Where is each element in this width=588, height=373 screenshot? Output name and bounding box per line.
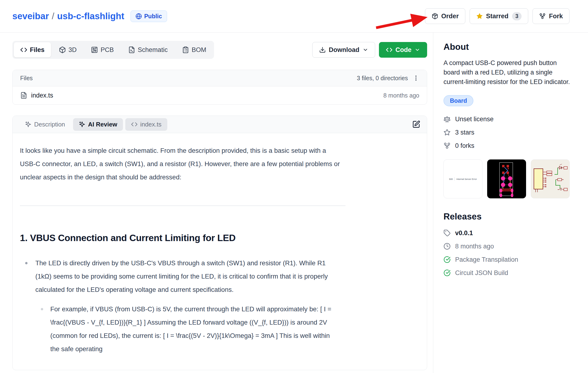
divider (20, 206, 346, 206)
tab-index-ts[interactable]: index.ts (125, 118, 167, 131)
tab-3d[interactable]: 3D (52, 42, 83, 57)
star-outline-icon (443, 129, 451, 136)
about-title: About (443, 42, 578, 52)
stars-label: 3 stars (455, 129, 474, 136)
tab-index-ts-label: index.ts (140, 121, 162, 128)
code-icon (20, 46, 27, 53)
fork-label: Fork (549, 13, 563, 20)
order-button[interactable]: Order (425, 8, 466, 24)
clipboard-list-icon (182, 46, 189, 53)
chevron-down-icon (415, 47, 420, 53)
box-3d-icon (59, 46, 66, 53)
code-icon (386, 47, 392, 53)
breadcrumb: seveibar / usb-c-flashlight Public (12, 10, 167, 22)
download-button[interactable]: Download (312, 42, 375, 58)
preview-schematic-thumbnail[interactable] (531, 159, 570, 198)
releases-title: Releases (443, 212, 578, 222)
tag-icon (443, 229, 451, 237)
check-circle-icon (443, 256, 451, 263)
preview-3d-thumbnail[interactable]: 500 Internal Server Error (443, 159, 483, 198)
download-label: Download (329, 46, 359, 54)
visibility-label: Public (144, 13, 162, 20)
view-tabs: Files 3D PCB Schematic BOM (12, 41, 214, 59)
fork-button[interactable]: Fork (533, 8, 569, 24)
git-fork-icon (539, 13, 546, 20)
review-bullet-list: The LED is directly driven by the USB-C'… (20, 257, 417, 356)
files-panel-header: Files 3 files, 0 directories (13, 70, 427, 86)
starred-label: Starred (486, 13, 508, 20)
owner-link[interactable]: seveibar (12, 11, 49, 21)
review-section-heading: 1. VBUS Connection and Current Limiting … (20, 233, 417, 243)
sparkles-icon (25, 121, 32, 128)
release-date-row: 8 months ago (443, 240, 578, 253)
file-text-icon (20, 92, 27, 99)
schematic-preview-image (531, 160, 569, 198)
chevron-down-icon (363, 47, 368, 53)
tab-schematic-label: Schematic (138, 46, 168, 54)
starred-button[interactable]: Starred 3 (470, 8, 528, 24)
star-icon (476, 13, 483, 20)
tab-3d-label: 3D (69, 46, 77, 54)
check-circle-icon (443, 269, 451, 276)
sparkles-icon (79, 121, 85, 128)
circuit-board-icon (91, 46, 98, 53)
code-label: Code (396, 46, 412, 54)
main-content: Files 3D PCB Schematic BOM Download (0, 32, 433, 370)
visibility-badge: Public (130, 10, 167, 22)
review-bullet-text: The LED is directly driven by the USB-C'… (35, 259, 328, 293)
review-intro: It looks like you have a simple circuit … (20, 144, 340, 184)
file-row[interactable]: index.ts 8 months ago (13, 86, 427, 104)
board-tag[interactable]: Board (443, 95, 473, 106)
tab-files-label: Files (30, 46, 45, 54)
releases-list: v0.0.1 8 months ago Package Transpilatio… (443, 226, 578, 280)
file-name: index.ts (31, 92, 53, 99)
release-version-row[interactable]: v0.0.1 (443, 226, 578, 240)
ai-review-content: It looks like you have a simple circuit … (13, 133, 427, 370)
license-label: Unset license (455, 115, 494, 123)
tab-bom[interactable]: BOM (176, 42, 213, 57)
star-count-badge: 3 (512, 12, 522, 21)
tab-files[interactable]: Files (14, 42, 51, 57)
git-fork-icon (443, 142, 451, 149)
thumbnail-error-text: 500 Internal Server Error (449, 177, 477, 181)
release-date: 8 months ago (455, 243, 494, 250)
header-actions: Order Starred 3 Fork (425, 8, 569, 24)
preview-pcb-thumbnail[interactable] (487, 159, 526, 198)
globe-icon (136, 13, 142, 20)
tab-description-label: Description (34, 121, 65, 128)
forks-label: 0 forks (455, 142, 474, 149)
pcb-preview-image (487, 160, 526, 198)
release-check-transpilation: Package Transpilation (443, 253, 578, 266)
preview-thumbnails: 500 Internal Server Error (443, 159, 578, 198)
forks-row[interactable]: 0 forks (443, 139, 578, 152)
sidebar: About A compact USB-C powered push butto… (433, 32, 588, 373)
stars-row[interactable]: 3 stars (443, 126, 578, 139)
scale-icon (443, 115, 451, 123)
tab-schematic[interactable]: Schematic (122, 42, 174, 57)
review-bullet: The LED is directly driven by the USB-C'… (35, 257, 340, 356)
code-button[interactable]: Code (379, 42, 427, 58)
tab-pcb[interactable]: PCB (84, 42, 120, 57)
content-panel: Description AI Review index.ts It looks … (12, 115, 427, 370)
repo-link[interactable]: usb-c-flashlight (57, 11, 124, 21)
review-sub-bullet: For example, if VBUS (from USB-C) is 5V,… (50, 302, 340, 356)
code-icon (131, 121, 138, 128)
files-summary: 3 files, 0 directories (357, 75, 408, 82)
page-header: seveibar / usb-c-flashlight Public Order… (0, 0, 588, 32)
tab-ai-review-label: AI Review (88, 121, 117, 128)
edit-button[interactable] (412, 120, 420, 128)
breadcrumb-separator: / (52, 11, 54, 21)
square-pen-icon (412, 120, 420, 128)
repo-meta: Unset license 3 stars 0 forks (443, 113, 578, 152)
release-check-label: Circuit JSON Build (455, 269, 508, 277)
release-version: v0.0.1 (455, 229, 473, 237)
package-icon (432, 13, 438, 20)
download-icon (319, 47, 326, 53)
kebab-menu-icon[interactable] (413, 75, 419, 81)
tab-ai-review[interactable]: AI Review (73, 118, 123, 131)
files-panel: Files 3 files, 0 directories index.ts 8 … (12, 70, 427, 105)
files-panel-title: Files (20, 75, 33, 82)
file-updated: 8 months ago (383, 92, 420, 99)
license-row: Unset license (443, 113, 578, 126)
tab-description[interactable]: Description (19, 118, 71, 131)
